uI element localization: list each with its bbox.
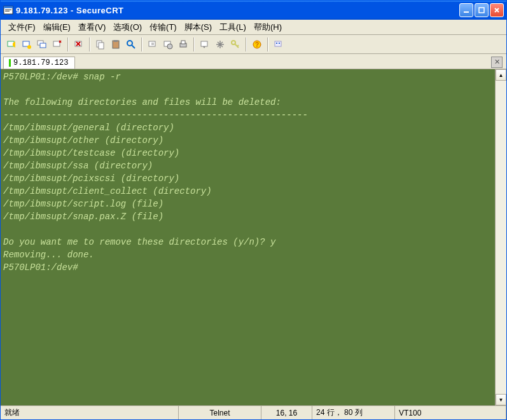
status-bar: 就绪 Telnet 16, 16 24 行， 80 列 VT100 — [1, 405, 506, 419]
menu-tools[interactable]: 工具(L) — [216, 20, 250, 34]
svg-rect-5 — [479, 8, 484, 13]
svg-rect-1 — [4, 6, 13, 8]
menu-options[interactable]: 选项(O) — [109, 20, 146, 34]
menu-view[interactable]: 查看(V) — [74, 20, 109, 34]
svg-rect-16 — [114, 40, 118, 42]
toolbar-separator — [246, 37, 247, 51]
window-controls — [459, 3, 504, 17]
svg-rect-27 — [275, 41, 281, 46]
menu-transfer[interactable]: 传输(T) — [146, 20, 181, 34]
menu-bar: 文件(F) 编辑(E) 查看(V) 选项(O) 传输(T) 脚本(S) 工具(L… — [1, 20, 506, 35]
status-protocol: Telnet — [179, 406, 261, 419]
svg-text:?: ? — [255, 41, 259, 48]
svg-point-20 — [167, 44, 172, 49]
tab-active-indicator — [9, 59, 11, 67]
terminal-output[interactable]: P570LP01:/dev# snap -r The following dir… — [1, 69, 495, 405]
find-icon[interactable] — [124, 37, 138, 51]
help-icon[interactable]: ? — [250, 37, 264, 51]
menu-edit[interactable]: 编辑(E) — [39, 20, 74, 34]
svg-rect-18 — [149, 41, 155, 46]
toolbar-separator — [267, 37, 268, 51]
copy-icon[interactable] — [94, 37, 108, 51]
svg-rect-22 — [181, 41, 185, 44]
tab-label: 9.181.79.123 — [13, 58, 68, 67]
connect-icon[interactable] — [20, 37, 34, 51]
toolbar-separator — [193, 37, 195, 51]
session-options-icon[interactable] — [198, 37, 212, 51]
print-session-icon[interactable] — [146, 37, 160, 51]
tab-close-button[interactable]: ✕ — [491, 57, 503, 68]
cancel-icon[interactable] — [72, 37, 86, 51]
quick-connect-icon[interactable] — [4, 37, 18, 51]
menu-help[interactable]: 帮助(H) — [250, 20, 286, 34]
tool-bar: ? — [1, 35, 506, 54]
status-emulation: VT100 — [395, 406, 506, 419]
key-icon[interactable] — [228, 37, 242, 51]
app-icon — [3, 5, 13, 15]
status-ready: 就绪 — [1, 406, 179, 419]
menu-file[interactable]: 文件(F) — [4, 20, 39, 34]
tab-session[interactable]: 9.181.79.123 — [3, 57, 75, 69]
svg-point-17 — [127, 41, 132, 46]
activator-icon[interactable] — [272, 37, 286, 51]
svg-rect-28 — [276, 43, 277, 44]
paste-icon[interactable] — [109, 37, 123, 51]
scroll-up-button[interactable]: ▲ — [496, 69, 506, 81]
svg-rect-11 — [53, 41, 60, 46]
svg-rect-2 — [5, 10, 11, 10]
print-icon[interactable] — [176, 37, 190, 51]
scroll-down-button[interactable]: ▼ — [496, 394, 506, 405]
reconnect-icon[interactable] — [35, 37, 49, 51]
title-bar[interactable]: 9.181.79.123 - SecureCRT — [1, 1, 506, 20]
app-window: 9.181.79.123 - SecureCRT 文件(F) 编辑(E) 查看(… — [0, 0, 507, 420]
svg-rect-10 — [40, 43, 46, 48]
menu-script[interactable]: 脚本(S) — [181, 20, 216, 34]
svg-rect-14 — [99, 43, 104, 49]
window-title: 9.181.79.123 - SecureCRT — [16, 6, 459, 15]
toolbar-separator — [67, 37, 69, 51]
disconnect-icon[interactable] — [50, 37, 64, 51]
tab-bar: 9.181.79.123 ✕ — [1, 54, 506, 69]
minimize-button[interactable] — [459, 3, 473, 17]
status-cursor: 16, 16 — [261, 406, 312, 419]
toolbar-separator — [89, 37, 90, 51]
svg-rect-3 — [5, 11, 10, 11]
svg-rect-4 — [464, 11, 469, 13]
svg-rect-23 — [201, 41, 207, 46]
vertical-scrollbar[interactable]: ▲ ▼ — [495, 69, 506, 405]
terminal-container: P570LP01:/dev# snap -r The following dir… — [1, 69, 506, 405]
toolbar-separator — [141, 37, 142, 51]
scroll-track[interactable] — [496, 81, 506, 394]
status-size: 24 行， 80 列 — [312, 406, 395, 419]
global-options-icon[interactable] — [213, 37, 227, 51]
log-session-icon[interactable] — [161, 37, 175, 51]
svg-point-8 — [27, 45, 31, 49]
svg-rect-29 — [279, 43, 280, 44]
maximize-button[interactable] — [475, 3, 489, 17]
close-button[interactable] — [490, 3, 504, 17]
